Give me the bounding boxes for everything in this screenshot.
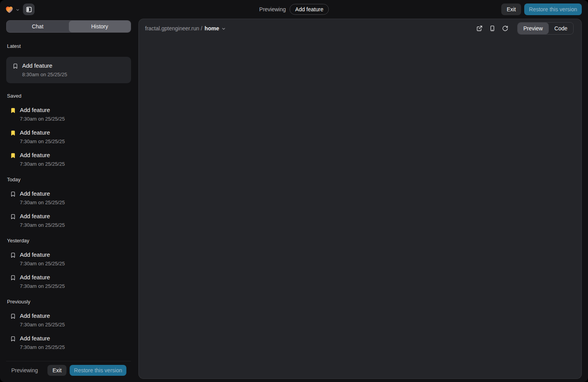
history-section: Today Add feature 7:30am on 25/25/25 <box>6 177 131 228</box>
history-sidebar: Chat History Latest Add feature 8:30am o… <box>6 20 131 379</box>
history-item[interactable]: Add feature 7:30am on 25/25/25 <box>6 312 131 328</box>
bookmark-icon <box>10 313 16 319</box>
preview-url-page: home <box>205 25 219 32</box>
bookmark-icon <box>10 336 16 342</box>
app-window: Previewing Add feature Exit Restore this… <box>0 0 588 382</box>
history-item-title: Add feature <box>20 213 65 219</box>
chevron-down-icon <box>221 26 226 31</box>
history-section: Yesterday Add feature 7:30am on 25/25/25 <box>6 238 131 289</box>
history-section: Saved Add feature 7:30am on 25/25/25 <box>6 93 131 167</box>
history-item-timestamp: 7:30am on 25/25/25 <box>20 261 65 266</box>
history-list[interactable]: Latest Add feature 8:30am on 25/25/25 Sa… <box>6 33 131 361</box>
history-item-timestamp: 7:30am on 25/25/25 <box>20 322 65 328</box>
tab-history[interactable]: History <box>69 21 131 32</box>
history-item-title: Add feature <box>20 190 65 197</box>
history-section: Latest Add feature 8:30am on 25/25/25 <box>6 43 131 83</box>
preview-viewport[interactable] <box>139 38 581 378</box>
footer-exit-button[interactable]: Exit <box>47 365 66 376</box>
top-bar: Previewing Add feature Exit Restore this… <box>0 0 588 19</box>
toggle-preview[interactable]: Preview <box>518 23 549 34</box>
history-section-title: Latest <box>7 43 131 49</box>
bookmark-filled-icon <box>10 130 16 136</box>
panel-left-icon <box>26 6 32 13</box>
history-item-title: Add feature <box>20 335 65 342</box>
history-section-title: Previously <box>7 299 131 305</box>
history-item[interactable]: Add feature 7:30am on 25/25/25 <box>6 107 131 122</box>
smartphone-icon <box>489 25 495 32</box>
bookmark-filled-icon <box>10 107 16 114</box>
sidebar-tab-switcher: Chat History <box>6 20 131 33</box>
preview-url-selector[interactable]: fractal.gptengineer.run / home <box>145 25 226 32</box>
history-item[interactable]: Add feature 7:30am on 25/25/25 <box>6 251 131 266</box>
history-item[interactable]: Add feature 7:30am on 25/25/25 <box>6 190 131 205</box>
history-item-title: Add feature <box>20 274 65 280</box>
history-item-title: Add feature <box>20 107 65 113</box>
history-item-timestamp: 7:30am on 25/25/25 <box>20 116 65 122</box>
refresh-button[interactable] <box>502 25 508 32</box>
history-item[interactable]: Add feature 7:30am on 25/25/25 <box>6 152 131 167</box>
bookmark-icon <box>10 214 16 220</box>
preview-url-host: fractal.gptengineer.run / <box>145 25 202 32</box>
history-item-timestamp: 7:30am on 25/25/25 <box>20 138 65 144</box>
open-external-button[interactable] <box>476 25 483 32</box>
restore-version-button[interactable]: Restore this version <box>524 4 582 15</box>
lovable-heart-logo-icon <box>5 5 14 14</box>
history-item-timestamp: 8:30am on 25/25/25 <box>22 72 67 77</box>
history-item[interactable]: Add feature 7:30am on 25/25/25 <box>6 213 131 228</box>
footer-previewing-label: Previewing <box>11 367 38 373</box>
external-link-icon <box>476 25 483 32</box>
history-item[interactable]: Add feature 7:30am on 25/25/25 <box>6 335 131 350</box>
footer-restore-version-button[interactable]: Restore this version <box>70 365 126 376</box>
bookmark-icon <box>10 275 16 281</box>
preview-panel: fractal.gptengineer.run / home <box>138 19 582 379</box>
history-section-title: Today <box>7 177 131 182</box>
sidebar-footer: Previewing Exit Restore this version <box>6 361 131 379</box>
preview-header: fractal.gptengineer.run / home <box>139 19 581 38</box>
history-item[interactable]: Add feature 7:30am on 25/25/25 <box>6 274 131 289</box>
history-item-title: Add feature <box>20 251 65 258</box>
bookmark-icon <box>10 252 16 258</box>
history-item-title: Add feature <box>22 62 67 69</box>
mobile-view-button[interactable] <box>489 25 495 32</box>
version-name-badge: Add feature <box>290 4 329 15</box>
bookmark-icon <box>10 191 16 197</box>
history-item-title: Add feature <box>20 152 65 158</box>
history-section-title: Yesterday <box>7 238 131 244</box>
history-section: Previously Add feature 7:30am on 25/25/2… <box>6 299 131 350</box>
logo-area[interactable] <box>5 5 20 14</box>
history-section-title: Saved <box>7 93 131 99</box>
bookmark-filled-icon <box>10 152 16 159</box>
bookmark-icon <box>12 63 18 69</box>
history-item-timestamp: 7:30am on 25/25/25 <box>20 283 65 289</box>
history-item-timestamp: 7:30am on 25/25/25 <box>20 161 65 167</box>
tab-chat[interactable]: Chat <box>7 21 69 32</box>
history-item-timestamp: 7:30am on 25/25/25 <box>20 222 65 228</box>
history-item-title: Add feature <box>20 312 65 319</box>
exit-button[interactable]: Exit <box>501 4 521 15</box>
history-item-timestamp: 7:30am on 25/25/25 <box>20 200 65 205</box>
history-item[interactable]: Add feature 8:30am on 25/25/25 <box>6 57 131 83</box>
refresh-icon <box>502 25 508 32</box>
previewing-status-label: Previewing <box>259 6 286 12</box>
toggle-code[interactable]: Code <box>549 23 573 34</box>
history-item-title: Add feature <box>20 129 65 136</box>
sidebar-toggle-button[interactable] <box>23 4 35 15</box>
chevron-down-icon <box>16 8 20 12</box>
preview-code-toggle: Preview Code <box>517 22 574 35</box>
history-item-timestamp: 7:30am on 25/25/25 <box>20 344 65 350</box>
history-item[interactable]: Add feature 7:30am on 25/25/25 <box>6 129 131 144</box>
